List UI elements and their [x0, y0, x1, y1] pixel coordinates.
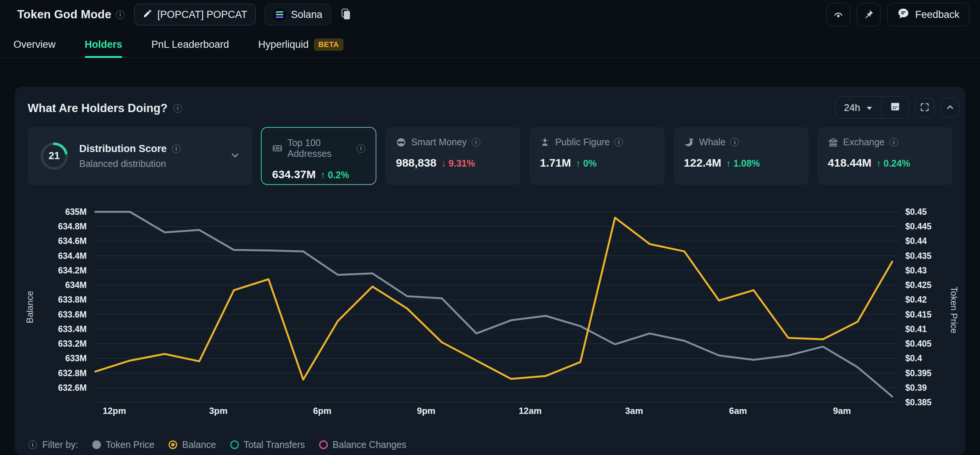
x-axis-tick: 6am: [729, 406, 747, 416]
tab-overview[interactable]: Overview: [13, 32, 56, 57]
legend-item-balance-changes[interactable]: Balance Changes: [319, 439, 406, 450]
chart-legend: i Filter by: Token Price Balance Total T…: [29, 439, 406, 450]
balance-axis-tick: 632.6M: [58, 383, 87, 393]
chain-label: Solana: [291, 9, 322, 21]
legend-item-total-transfers[interactable]: Total Transfers: [230, 439, 305, 450]
calendar-button[interactable]: [882, 97, 908, 119]
solana-icon: [273, 8, 286, 21]
stat-card-public-figure[interactable]: Public Figure i 1.71M ↑ 0%: [529, 127, 664, 185]
timeframe-dropdown[interactable]: 24h: [836, 97, 881, 119]
stat-value: 1.71M: [540, 157, 571, 169]
fullscreen-icon: [920, 102, 930, 114]
chat-bubble-icon: [897, 7, 910, 22]
holders-panel: What Are Holders Doing? i 24h: [15, 87, 965, 455]
watchlist-button[interactable]: [826, 3, 850, 26]
pencil-icon: [143, 9, 153, 21]
app-header: Token God Mode i [POPCAT] POPCAT Solana: [0, 0, 980, 29]
tab-bar: Overview Holders PnL Leaderboard Hyperli…: [0, 32, 980, 58]
tab-holders[interactable]: Holders: [85, 32, 123, 57]
balance-axis-tick: 634.8M: [58, 222, 87, 231]
chevron-down-icon[interactable]: [229, 150, 241, 163]
stat-card-smart-money[interactable]: Smart Money i 988,838 ↓ 9.31%: [385, 127, 520, 185]
tab-hyperliquid[interactable]: Hyperliquid BETA: [258, 32, 344, 57]
whale-icon: [684, 137, 694, 147]
balance-axis-tick: 633.4M: [58, 324, 87, 334]
balance-axis-tick: 633M: [65, 354, 87, 363]
legend-item-balance[interactable]: Balance: [169, 439, 216, 450]
calendar-icon: [890, 101, 900, 114]
price-axis-tick: $0.4: [905, 354, 922, 363]
price-axis-tick: $0.41: [905, 324, 927, 334]
stat-change: 0.2%: [328, 170, 349, 180]
chevron-down-icon: [865, 102, 873, 114]
info-icon[interactable]: i: [472, 138, 480, 146]
cash-icon: [272, 143, 283, 154]
balance-axis-tick: 634.2M: [58, 266, 87, 275]
stat-card-exchange[interactable]: Exchange i 418.44M ↑ 0.24%: [818, 127, 952, 185]
info-icon[interactable]: i: [172, 144, 181, 153]
pin-icon: [863, 9, 874, 21]
info-icon[interactable]: i: [29, 441, 37, 449]
person-icon: [540, 137, 550, 147]
price-axis-tick: $0.385: [905, 398, 932, 407]
distribution-score-title: Distribution Score: [79, 143, 167, 155]
stat-card-whale[interactable]: Whale i 122.4M ↑ 1.08%: [673, 127, 808, 185]
price-axis-tick: $0.415: [905, 310, 932, 319]
stat-value: 988,838: [396, 157, 436, 169]
balance-axis-tick: 633.2M: [58, 339, 87, 349]
balance-axis-tick: 634.6M: [58, 236, 87, 246]
total-transfers-swatch-icon: [230, 441, 239, 449]
price-axis-tick: $0.42: [905, 295, 927, 304]
fullscreen-button[interactable]: [915, 98, 934, 117]
stat-title: Top 100 Addresses: [288, 138, 352, 159]
info-icon[interactable]: i: [356, 144, 365, 153]
pin-button[interactable]: [857, 3, 881, 26]
info-icon[interactable]: i: [116, 11, 124, 19]
balance-axis-tick: 635M: [65, 207, 87, 217]
price-axis-tick: $0.45: [905, 207, 927, 217]
distribution-gauge: 21: [39, 141, 70, 171]
price-axis-title: Token Price: [949, 287, 959, 333]
price-axis-tick: $0.43: [905, 266, 927, 275]
stat-value: 122.4M: [684, 157, 721, 169]
stat-card-top-100-addresses[interactable]: Top 100 Addresses i 634.37M ↑ 0.2%: [261, 127, 376, 185]
chain-button[interactable]: Solana: [265, 4, 331, 25]
info-icon[interactable]: i: [730, 138, 739, 146]
balance-axis-tick: 634.4M: [58, 251, 87, 261]
beta-badge: BETA: [314, 38, 344, 51]
timeframe-control: 24h: [835, 97, 909, 119]
balance-axis-tick: 633.8M: [58, 295, 87, 304]
arrow-down-icon: ↓: [441, 158, 446, 168]
tab-pnl-leaderboard[interactable]: PnL Leaderboard: [151, 32, 229, 57]
holders-activity-chart[interactable]: 635M634.8M634.6M634.4M634.2M634M633.8M63…: [15, 204, 965, 428]
collapse-button[interactable]: [940, 98, 960, 117]
copy-icon[interactable]: [340, 8, 352, 22]
balance-axis-tick: 633.6M: [58, 310, 87, 319]
info-icon[interactable]: i: [889, 138, 898, 146]
stat-title: Public Figure: [555, 137, 609, 147]
arrow-up-icon: ↑: [321, 170, 326, 180]
price-axis-tick: $0.44: [905, 236, 927, 246]
chevron-up-icon: [945, 102, 955, 113]
feedback-button[interactable]: Feedback: [887, 3, 969, 26]
stat-value: 418.44M: [828, 157, 872, 169]
price-axis-tick: $0.445: [905, 222, 932, 231]
distribution-score-card[interactable]: 21 Distribution Score i Balanced distrib…: [28, 127, 252, 185]
balance-axis-tick: 634M: [65, 280, 87, 290]
balance-swatch-icon: [169, 441, 177, 449]
balance-axis-title: Balance: [25, 291, 35, 323]
legend-item-token-price[interactable]: Token Price: [92, 439, 155, 450]
price-axis-tick: $0.405: [905, 339, 932, 349]
distribution-score-value: 21: [39, 141, 70, 171]
timeframe-value: 24h: [844, 102, 860, 114]
stat-title: Exchange: [843, 137, 885, 147]
x-axis-tick: 3am: [625, 406, 643, 416]
price-axis-tick: $0.425: [905, 280, 932, 290]
token-select-button[interactable]: [POPCAT] POPCAT: [134, 4, 256, 25]
info-icon[interactable]: i: [614, 138, 623, 146]
info-icon[interactable]: i: [173, 104, 182, 113]
stat-title: Smart Money: [411, 137, 467, 147]
arrow-up-icon: ↑: [726, 158, 731, 168]
watch-eye-icon: [832, 8, 844, 21]
token-price-swatch-icon: [92, 441, 101, 449]
